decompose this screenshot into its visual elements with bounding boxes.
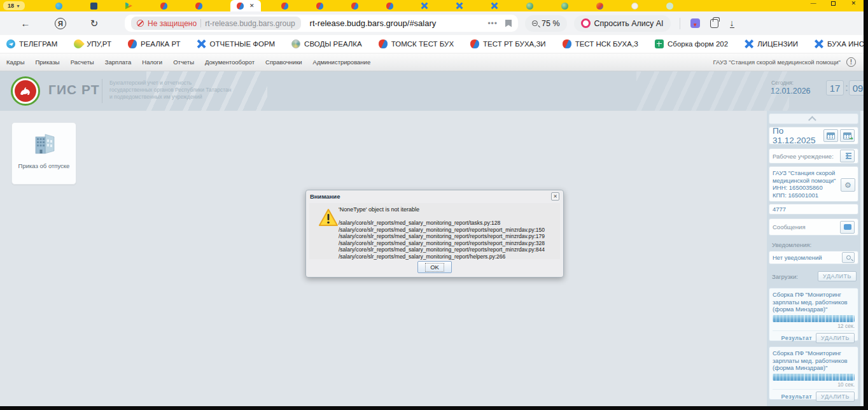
shortcut-prikaz-ob-otpuske[interactable]: Приказ об отпуске [11, 122, 76, 185]
warning-dialog: Внимание ✕ 'NoneType' object is not iter… [305, 190, 564, 278]
white-favicon[interactable] [631, 3, 638, 10]
result-button[interactable]: Результат [780, 392, 813, 402]
downloads-delete-all-button[interactable]: УДАЛИТЬ [818, 271, 857, 281]
address-bar[interactable]: Не защищено rt-release.budg.bars.group r… [125, 15, 518, 32]
bookmark-item[interactable]: РЕАЛКА РТ [128, 39, 181, 48]
bookmark-label: УПУ,РТ [87, 40, 111, 48]
minimize-icon[interactable]: — [810, 1, 816, 6]
tab-close-icon[interactable]: ✕ [249, 3, 255, 9]
dialog-title-bar[interactable]: Внимание ✕ [306, 190, 563, 202]
cloud-favicon[interactable] [386, 3, 393, 10]
bookmark-item[interactable]: ОТЧЕТНЫЕ ФОРМ [197, 39, 276, 48]
yandex-icon[interactable]: Я [55, 18, 66, 29]
marker-favicon[interactable] [596, 3, 603, 10]
dialog-close-icon[interactable]: ✕ [551, 192, 559, 201]
menu-item[interactable]: Приказы [35, 59, 59, 66]
alert-circle-icon[interactable]: ! [846, 57, 856, 67]
globe-icon [291, 39, 300, 48]
org-inn: ИНН: 1650035860 [773, 184, 839, 192]
collections-icon[interactable] [710, 19, 718, 28]
cloud-favicon[interactable] [160, 3, 167, 10]
bookmark-item[interactable]: ТЕЛЕГРАМ [6, 39, 57, 48]
security-chip[interactable]: Не защищено rt-release.budg.bars.group [131, 17, 301, 30]
url-text[interactable]: rt-release.budg.bars.group/#salary [310, 18, 437, 28]
bookmark-item[interactable]: УПУ,РТ [74, 39, 111, 48]
chevron-down-icon: ▼ [16, 4, 20, 8]
alice-button[interactable]: Спросить Алису AI [574, 15, 671, 32]
org-list-button[interactable] [840, 150, 855, 162]
menu-item[interactable]: Зарплата [105, 59, 132, 66]
notifications-label: Уведомления: [772, 241, 811, 248]
cloud-favicon[interactable] [281, 3, 288, 10]
right-sidebar: По 31.12.2025 Рабочее учреждение: ГАУЗ "… [767, 111, 860, 406]
cloud-icon [470, 39, 479, 48]
stack-trace-line: /salary/core/slr_reports/med_salary_moni… [339, 253, 557, 260]
bookmarks-bar-items: ТЕЛЕГРАМ УПУ,РТ РЕАЛКА РТ ОТЧЕТНЫЕ ФОРМ … [6, 39, 868, 48]
zoom-out-icon[interactable] [532, 20, 538, 26]
more-icon[interactable]: ••• [487, 19, 498, 28]
cloud-favicon[interactable] [351, 3, 358, 10]
bookmark-item[interactable]: ТЕСТ НСК БУХА,З [563, 39, 638, 48]
extension-icon[interactable] [690, 18, 700, 28]
bookmark-item[interactable]: Сборка форм 202 [655, 39, 728, 48]
delete-button[interactable]: УДАЛИТЬ [816, 392, 855, 402]
org-settings-button[interactable]: ⚙ [841, 178, 855, 192]
pale-favicon[interactable] [666, 3, 673, 10]
cloud-favicon[interactable] [195, 3, 202, 10]
period-apply-button[interactable] [840, 129, 855, 142]
downloads-icon[interactable]: ↓ [730, 18, 734, 29]
download-actions: Результат УДАЛИТЬ [773, 389, 855, 402]
messages-button[interactable] [840, 221, 855, 234]
menu-item[interactable]: Кадры [6, 59, 24, 66]
bookmark-item[interactable]: ЛИЦЕНЗИИ [745, 39, 798, 48]
notifications-box: Нет уведомлений [769, 251, 858, 264]
bookmark-flag-icon[interactable] [505, 20, 512, 27]
green-favicon[interactable] [561, 3, 568, 10]
bluex-favicon[interactable] [456, 3, 463, 10]
gear-icon: ⚙ [844, 181, 851, 189]
address-bar-actions: ••• [487, 19, 512, 28]
browser-tab-strip: 18 ▼ ✕ — ✕ [0, 0, 864, 11]
bluex-favicon[interactable] [421, 3, 428, 10]
ok-button[interactable]: OK [417, 261, 452, 273]
bookmark-label: ТЕСТ НСК БУХА,З [575, 40, 638, 48]
menu-item[interactable]: Расчеты [71, 59, 94, 66]
sidebar-collapse-button[interactable] [769, 113, 858, 124]
restore-icon[interactable] [831, 1, 836, 6]
cloud-icon [563, 39, 571, 48]
period-text[interactable]: По 31.12.2025 [773, 126, 823, 145]
stack-trace-line: /salary/core/slr_reports/med_salary_moni… [339, 233, 557, 240]
box-favicon[interactable] [90, 3, 97, 10]
messages-label: Сообщения [773, 223, 806, 230]
delete-button[interactable]: УДАЛИТЬ [816, 333, 855, 343]
refresh-icon[interactable]: ↻ [85, 18, 103, 29]
active-tab[interactable]: ✕ [230, 0, 261, 11]
download-actions: Результат УДАЛИТЬ [773, 330, 855, 343]
calendar-button[interactable] [823, 129, 838, 142]
menu-item[interactable]: Налоги [142, 59, 162, 66]
telegram-favicon[interactable] [55, 3, 62, 10]
tab-counter[interactable]: 18 ▼ [3, 1, 25, 10]
menu-item[interactable]: Отчеты [173, 59, 194, 66]
bookmark-item[interactable]: БУХА ИНСТ [815, 39, 868, 48]
site-domain: rt-release.budg.bars.group [205, 19, 295, 28]
bluex-favicon[interactable] [491, 3, 498, 10]
back-icon[interactable]: ← [17, 18, 34, 29]
zoom-indicator[interactable]: 75 % [525, 15, 567, 32]
result-button[interactable]: Результат [780, 333, 813, 343]
bookmark-item[interactable]: ТОМСК ТЕСТ БУХ [379, 39, 454, 48]
triangle-favicon[interactable] [125, 3, 132, 10]
close-icon[interactable]: ✕ [851, 1, 856, 6]
menu-item[interactable]: Администрирование [313, 59, 371, 66]
bookmark-item[interactable]: ТЕСТ РТ БУХА,ЗИ [470, 39, 546, 48]
download-progress-bar [773, 374, 855, 381]
menu-item[interactable]: Документооборот [205, 59, 255, 66]
notifications-search-button[interactable] [842, 252, 855, 263]
telegram-icon [6, 39, 15, 48]
work-org-label: Рабочее учреждение: [773, 153, 834, 160]
green-favicon[interactable] [526, 3, 533, 10]
bookmark-item[interactable]: СВОДЫ РЕАЛКА [291, 39, 362, 48]
menu-item[interactable]: Справочники [265, 59, 302, 66]
cloud-favicon[interactable] [316, 3, 323, 10]
list-icon [843, 153, 851, 159]
